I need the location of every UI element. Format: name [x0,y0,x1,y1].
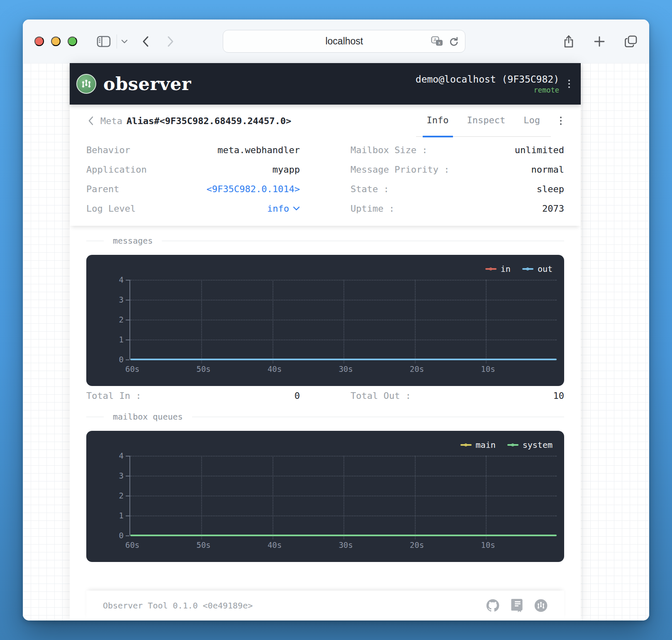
log-level-dropdown[interactable]: info [267,203,300,214]
x-tick: 60s [125,364,139,374]
traffic-light-close[interactable] [34,37,44,46]
kebab-menu-icon [560,117,562,118]
series-line-out [130,359,557,360]
plot-area: 4 3 2 1 0 60s 50s 40s 30s 20s 10s [129,280,557,359]
x-tick: 50s [196,540,210,550]
traffic-light-minimize[interactable] [51,37,61,46]
mailbox-queues-chart: main system [86,431,564,562]
tab-bar: Info Inspect Log [416,105,551,137]
browser-window: localhost A x [23,20,649,620]
chevron-down-icon [121,39,128,44]
total-out: Total Out : 10 [351,386,564,405]
plus-icon [594,36,605,47]
toolbar-divider [117,34,117,49]
reload-button[interactable] [448,36,459,47]
y-tick: 2 [119,315,124,324]
legend-item-out[interactable]: out [522,264,553,274]
field-uptime: Uptime : 2073 [351,199,564,218]
back-button[interactable] [142,36,149,47]
x-tick: 50s [196,364,210,374]
docs-link[interactable] [511,599,523,612]
docs-icon [511,599,523,612]
browser-toolbar: localhost A x [23,20,649,63]
field-parent: Parent <9F35C982.0.1014> [86,179,300,199]
x-tick: 40s [268,540,282,550]
total-in: Total In : 0 [86,386,300,405]
y-tick: 1 [119,511,124,520]
y-tick: 1 [119,335,124,344]
breadcrumb-section: Meta [100,116,122,126]
observer-footer-icon [534,599,548,612]
translate-button[interactable]: A x [431,36,443,47]
x-tick: 20s [410,540,424,550]
plot-area: 4 3 2 1 0 60s 50s 40s 30s 20s 10s [129,456,557,535]
x-tick: 10s [481,540,495,550]
chart-legend: in out [485,264,553,274]
app-header: observer demo@localhost (9F35C982) remot… [70,63,581,105]
section-title: mailbox queues [113,412,183,422]
share-button[interactable] [563,34,575,49]
forward-button[interactable] [167,36,174,47]
sidebar-toggle-button[interactable] [97,36,111,47]
totals-row: Total In : 0 Total Out : 10 [86,386,564,405]
page-background: observer demo@localhost (9F35C982) remot… [23,63,649,620]
desktop: { "browser": { "url": "localhost" }, "he… [0,0,672,640]
observer-logo [76,74,96,94]
tab-log[interactable]: Log [519,105,544,137]
address-bar[interactable]: localhost A x [223,30,465,53]
x-tick: 20s [410,364,424,374]
sidebar-icon [97,36,111,47]
tab-overview-button[interactable] [624,35,638,48]
breadcrumb: Meta Alias#<9F35C982.68459.24457.0> Info… [86,105,564,137]
section-messages: messages [86,236,564,246]
tab-info[interactable]: Info [423,105,453,137]
field-behavior: Behavior meta.webhandler [86,140,300,160]
chevron-down-icon [293,206,300,211]
field-message-priority: Message Priority : normal [351,160,564,179]
node-name: demo@localhost (9F35C982) [416,74,559,85]
x-tick: 30s [338,540,353,550]
messages-chart: in out [86,255,564,386]
main-content: messages in out [70,226,581,620]
back-icon [142,36,149,47]
x-tick: 10s [481,364,495,374]
series-line-system [130,535,557,536]
traffic-light-zoom[interactable] [68,37,77,46]
app-footer: Observer Tool 0.1.0 <0e49189e> [86,591,564,620]
field-state: State : sleep [351,179,564,199]
sidebar-dropdown-button[interactable] [121,39,128,44]
tab-inspect[interactable]: Inspect [463,105,510,137]
observer-site-link[interactable] [534,599,548,612]
legend-item-system[interactable]: system [507,440,553,450]
process-title: Alias#<9F35C982.68459.24457.0> [127,116,291,126]
observer-logo-icon [80,78,93,90]
chart-legend: main system [460,440,553,450]
field-log-level: Log Level info [86,199,300,218]
github-icon [486,599,499,612]
version-text: Observer Tool 0.1.0 <0e49189e> [103,601,253,611]
field-application: Application myapp [86,160,300,179]
translate-icon: A x [431,36,443,47]
breadcrumb-back-button[interactable] [86,115,95,127]
y-tick: 3 [119,471,124,480]
section-title: messages [113,236,153,246]
connection-badge: remote [416,86,559,94]
legend-item-in[interactable]: in [485,264,511,274]
x-tick: 30s [338,364,353,374]
share-icon [563,34,575,49]
y-tick: 2 [119,491,124,500]
legend-item-main[interactable]: main [460,440,496,450]
parent-pid-link[interactable]: <9F35C982.0.1014> [207,184,300,194]
github-link[interactable] [486,599,499,612]
new-tab-button[interactable] [594,36,605,47]
y-tick: 0 [119,355,124,364]
kebab-menu-icon [568,80,570,81]
info-panel: Meta Alias#<9F35C982.68459.24457.0> Info… [70,105,581,226]
section-mailbox-queues: mailbox queues [86,412,564,422]
tab-menu-button[interactable] [558,114,564,127]
address-bar-url: localhost [223,36,465,47]
svg-text:x: x [438,40,441,45]
header-menu-button[interactable] [566,77,572,90]
x-tick: 60s [125,540,139,550]
forward-icon [167,36,174,47]
